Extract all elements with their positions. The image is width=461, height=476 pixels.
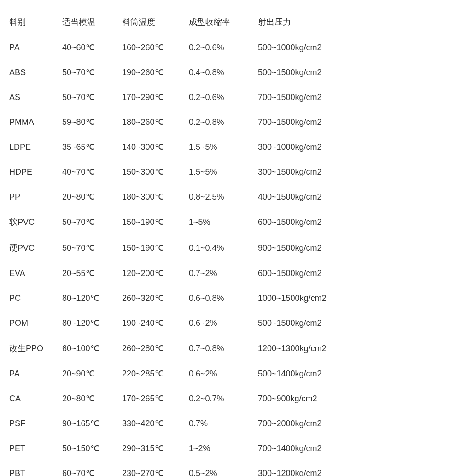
cell-pressure: 700~900kg/cm2 xyxy=(258,386,331,411)
header-shrinkage: 成型收缩率 xyxy=(189,9,258,35)
cell-barrel-temp: 170~290℃ xyxy=(122,85,189,110)
cell-material: PSF xyxy=(9,411,62,436)
table-row: PBT60~70℃230~270℃0.5~2%300~1200kg/cm2 xyxy=(9,461,331,476)
cell-shrinkage: 0.7% xyxy=(189,411,258,436)
table-row: PET50~150℃290~315℃1~2%700~1400kg/cm2 xyxy=(9,436,331,461)
cell-shrinkage: 1~5% xyxy=(189,209,258,235)
cell-shrinkage: 0.6~2% xyxy=(189,361,258,386)
cell-shrinkage: 0.7~0.8% xyxy=(189,335,258,361)
cell-shrinkage: 0.8~2.5% xyxy=(189,184,258,209)
cell-mold-temp: 59~80℃ xyxy=(62,110,122,135)
cell-barrel-temp: 140~300℃ xyxy=(122,135,189,159)
cell-mold-temp: 50~70℃ xyxy=(62,235,122,261)
cell-shrinkage: 1.5~5% xyxy=(189,135,258,159)
cell-material: HDPE xyxy=(9,159,62,184)
cell-material: PBT xyxy=(9,461,62,476)
cell-barrel-temp: 330~420℃ xyxy=(122,411,189,436)
cell-material: LDPE xyxy=(9,135,62,159)
cell-shrinkage: 0.2~0.8% xyxy=(189,110,258,135)
cell-mold-temp: 20~80℃ xyxy=(62,184,122,209)
cell-pressure: 500~1000kg/cm2 xyxy=(258,35,331,60)
cell-barrel-temp: 220~285℃ xyxy=(122,361,189,386)
cell-pressure: 700~1400kg/cm2 xyxy=(258,436,331,461)
cell-pressure: 700~2000kg/cm2 xyxy=(258,411,331,436)
cell-shrinkage: 0.6~0.8% xyxy=(189,286,258,311)
cell-mold-temp: 60~70℃ xyxy=(62,461,122,476)
cell-shrinkage: 0.2~0.6% xyxy=(189,85,258,110)
table-row: LDPE35~65℃140~300℃1.5~5%300~1000kg/cm2 xyxy=(9,135,331,159)
cell-mold-temp: 20~80℃ xyxy=(62,386,122,411)
cell-material: PMMA xyxy=(9,110,62,135)
cell-shrinkage: 0.5~2% xyxy=(189,461,258,476)
table-row: PSF90~165℃330~420℃0.7%700~2000kg/cm2 xyxy=(9,411,331,436)
cell-pressure: 300~1200kg/cm2 xyxy=(258,461,331,476)
cell-material: PA xyxy=(9,361,62,386)
cell-mold-temp: 40~60℃ xyxy=(62,35,122,60)
header-mold-temp: 适当模温 xyxy=(62,9,122,35)
cell-barrel-temp: 180~260℃ xyxy=(122,110,189,135)
cell-material: ABS xyxy=(9,60,62,85)
cell-material: POM xyxy=(9,311,62,335)
cell-mold-temp: 60~100℃ xyxy=(62,335,122,361)
cell-material: PC xyxy=(9,286,62,311)
cell-pressure: 700~1500kg/cm2 xyxy=(258,85,331,110)
cell-material: 软PVC xyxy=(9,209,62,235)
cell-shrinkage: 0.6~2% xyxy=(189,311,258,335)
cell-pressure: 500~1500kg/cm2 xyxy=(258,60,331,85)
cell-barrel-temp: 190~240℃ xyxy=(122,311,189,335)
cell-barrel-temp: 290~315℃ xyxy=(122,436,189,461)
cell-shrinkage: 0.1~0.4% xyxy=(189,235,258,261)
cell-shrinkage: 0.4~0.8% xyxy=(189,60,258,85)
cell-material: PP xyxy=(9,184,62,209)
cell-barrel-temp: 260~320℃ xyxy=(122,286,189,311)
cell-mold-temp: 90~165℃ xyxy=(62,411,122,436)
table-row: ABS50~70℃190~260℃0.4~0.8%500~1500kg/cm2 xyxy=(9,60,331,85)
cell-barrel-temp: 150~190℃ xyxy=(122,235,189,261)
cell-pressure: 1000~1500kg/cm2 xyxy=(258,286,331,311)
cell-pressure: 500~1500kg/cm2 xyxy=(258,311,331,335)
cell-barrel-temp: 160~260℃ xyxy=(122,35,189,60)
cell-pressure: 700~1500kg/cm2 xyxy=(258,110,331,135)
table-row: 改生PPO60~100℃260~280℃0.7~0.8%1200~1300kg/… xyxy=(9,335,331,361)
cell-barrel-temp: 190~260℃ xyxy=(122,60,189,85)
cell-pressure: 900~1500kg/cm2 xyxy=(258,235,331,261)
cell-pressure: 300~1500kg/cm2 xyxy=(258,159,331,184)
cell-mold-temp: 80~120℃ xyxy=(62,286,122,311)
table-row: PMMA59~80℃180~260℃0.2~0.8%700~1500kg/cm2 xyxy=(9,110,331,135)
cell-material: CA xyxy=(9,386,62,411)
cell-shrinkage: 0.7~2% xyxy=(189,261,258,286)
cell-mold-temp: 50~70℃ xyxy=(62,85,122,110)
cell-material: EVA xyxy=(9,261,62,286)
table-row: PC80~120℃260~320℃0.6~0.8%1000~1500kg/cm2 xyxy=(9,286,331,311)
cell-material: PA xyxy=(9,35,62,60)
cell-pressure: 600~1500kg/cm2 xyxy=(258,261,331,286)
cell-mold-temp: 80~120℃ xyxy=(62,311,122,335)
cell-shrinkage: 1.5~5% xyxy=(189,159,258,184)
cell-pressure: 400~1500kg/cm2 xyxy=(258,184,331,209)
cell-barrel-temp: 150~190℃ xyxy=(122,209,189,235)
cell-material: PET xyxy=(9,436,62,461)
table-row: 硬PVC50~70℃150~190℃0.1~0.4%900~1500kg/cm2 xyxy=(9,235,331,261)
table-row: AS50~70℃170~290℃0.2~0.6%700~1500kg/cm2 xyxy=(9,85,331,110)
cell-shrinkage: 0.2~0.6% xyxy=(189,35,258,60)
cell-barrel-temp: 170~265℃ xyxy=(122,386,189,411)
cell-material: 改生PPO xyxy=(9,335,62,361)
table-header-row: 料别 适当模温 料筒温度 成型收缩率 射出压力 xyxy=(9,9,331,35)
table-row: EVA20~55℃120~200℃0.7~2%600~1500kg/cm2 xyxy=(9,261,331,286)
materials-table: 料别 适当模温 料筒温度 成型收缩率 射出压力 PA40~60℃160~260℃… xyxy=(9,9,331,476)
cell-pressure: 600~1500kg/cm2 xyxy=(258,209,331,235)
cell-mold-temp: 50~150℃ xyxy=(62,436,122,461)
cell-barrel-temp: 230~270℃ xyxy=(122,461,189,476)
cell-barrel-temp: 180~300℃ xyxy=(122,184,189,209)
cell-mold-temp: 50~70℃ xyxy=(62,60,122,85)
cell-barrel-temp: 260~280℃ xyxy=(122,335,189,361)
table-row: PP20~80℃180~300℃0.8~2.5%400~1500kg/cm2 xyxy=(9,184,331,209)
cell-barrel-temp: 120~200℃ xyxy=(122,261,189,286)
cell-mold-temp: 35~65℃ xyxy=(62,135,122,159)
header-pressure: 射出压力 xyxy=(258,9,331,35)
cell-pressure: 500~1400kg/cm2 xyxy=(258,361,331,386)
cell-shrinkage: 0.2~0.7% xyxy=(189,386,258,411)
cell-material: 硬PVC xyxy=(9,235,62,261)
cell-mold-temp: 40~70℃ xyxy=(62,159,122,184)
table-row: PA40~60℃160~260℃0.2~0.6%500~1000kg/cm2 xyxy=(9,35,331,60)
